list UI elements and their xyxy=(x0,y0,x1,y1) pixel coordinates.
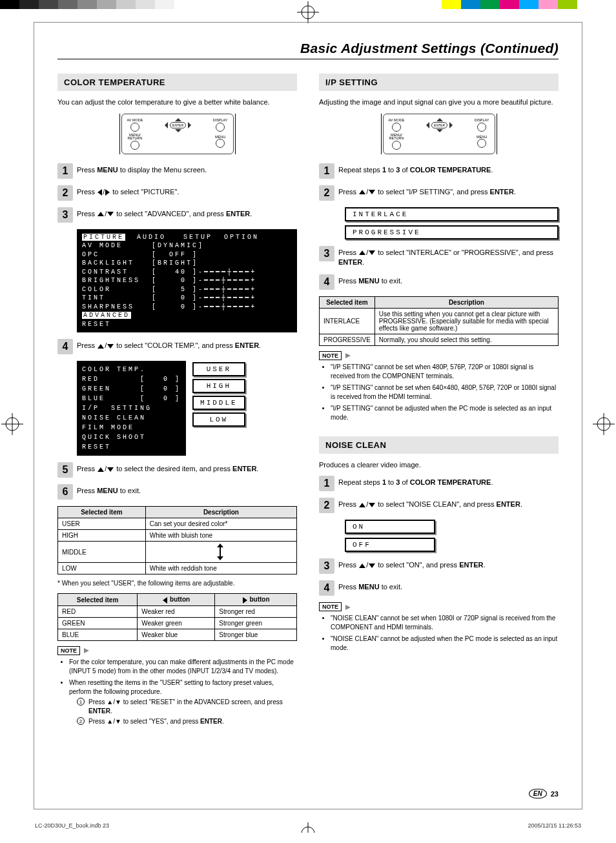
page-frame: Basic Adjustment Settings (Continued) CO… xyxy=(34,22,582,809)
rc-enter-btn: ENTER xyxy=(170,122,186,128)
rc-enter-btn: ENTER xyxy=(431,122,447,128)
note-item: For the color temperature, you can make … xyxy=(69,658,297,676)
up-arrow-icon xyxy=(359,190,365,194)
rc-av-mode-btn xyxy=(392,123,401,132)
table-cell: LOW xyxy=(58,563,146,574)
registration-mark-right xyxy=(593,413,615,435)
note-arrow-icon xyxy=(345,353,351,358)
down-arrow-icon xyxy=(369,250,375,255)
up-arrow-icon xyxy=(98,467,104,472)
table-cell: RED xyxy=(58,605,138,617)
rc-menu-return-label: MENU/ RETURN xyxy=(389,134,405,141)
registration-mark-top xyxy=(297,1,319,23)
th-selected-item: Selected item xyxy=(58,507,146,518)
section-color-temperature: COLOR TEMPERATURE xyxy=(57,74,297,91)
step-num: 4 xyxy=(319,580,334,596)
osd-nc-options: ONOFF xyxy=(345,520,435,552)
ct-step-4: Press / to select "COLOR TEMP.", and pre… xyxy=(77,339,261,350)
right-column: I/P SETTING Adjusting the image and inpu… xyxy=(319,74,559,729)
table-cell: PROGRESSIVE xyxy=(320,334,375,345)
rc-menu-return-btn xyxy=(130,141,139,150)
color-temp-table-2: Selected item button button REDWeaker re… xyxy=(57,593,297,640)
nc-step-3: Press / to select "ON", and press ENTER. xyxy=(338,558,485,570)
rc-display-label: DISPLAY xyxy=(475,119,489,123)
note-item: "NOISE CLEAN" cannot be set when 1080I o… xyxy=(331,614,559,632)
rc-up-icon xyxy=(175,118,181,121)
table-cell: Stronger blue xyxy=(215,629,297,640)
rc-display-btn xyxy=(216,123,225,132)
osd-option: INTERLACE xyxy=(345,207,559,221)
rc-up-icon xyxy=(436,118,443,121)
print-timestamp: 2005/12/15 11:26:53 xyxy=(528,822,581,829)
up-arrow-icon xyxy=(359,564,365,568)
table-cell: INTERLACE xyxy=(320,308,375,334)
osd-option: HIGH xyxy=(192,379,245,393)
ip-step-4: Press MENU to exit. xyxy=(338,274,402,286)
table-cell: GREEN xyxy=(58,617,138,629)
osd-option: LOW xyxy=(192,412,245,427)
page-footer: EN 23 xyxy=(529,789,559,798)
down-arrow-icon xyxy=(369,190,375,194)
rc-display-label: DISPLAY xyxy=(213,119,228,123)
page-number: 23 xyxy=(551,790,559,798)
down-arrow-icon xyxy=(107,344,114,349)
nc-step-4: Press MENU to exit. xyxy=(338,580,402,592)
th-left-button: button xyxy=(138,594,215,605)
note-item: "NOISE CLEAN" cannot be adjusted when th… xyxy=(331,635,559,653)
th-description: Description xyxy=(145,507,296,518)
table-cell: Can set your desired color* xyxy=(145,518,296,530)
lang-badge: EN xyxy=(529,789,547,798)
page-title-wrap: Basic Adjustment Settings (Continued) xyxy=(57,41,559,59)
page-title: Basic Adjustment Settings (Continued) xyxy=(300,41,559,56)
osd-option: PROGRESSIVE xyxy=(345,225,559,239)
note-sub-item: 2Press ▲/▼ to select "YES", and press EN… xyxy=(77,717,297,726)
osd-option: ON xyxy=(345,520,435,534)
table-cell: USER xyxy=(58,518,146,530)
ip-step-2: Press / to select "I/P SETTING", and pre… xyxy=(338,185,516,197)
source-file: LC-20D30U_E_book.indb 23 xyxy=(35,822,109,829)
down-arrow-icon xyxy=(369,564,375,568)
nc-step-1: Repeat steps 1 to 3 of COLOR TEMPERATURE… xyxy=(338,476,493,487)
ct-step-2: Press / to select "PICTURE". xyxy=(77,185,179,197)
registration-mark-left xyxy=(1,413,23,435)
step-num: 5 xyxy=(57,462,73,478)
down-arrow-icon xyxy=(107,467,114,472)
section-ip-setting: I/P SETTING xyxy=(319,74,559,91)
rc-menu-btn xyxy=(216,139,225,148)
rc-av-mode-btn xyxy=(130,123,139,132)
table-cell: Weaker red xyxy=(138,605,215,617)
step-num: 2 xyxy=(319,185,334,201)
table-cell: Normally, you should select this setting… xyxy=(375,334,558,345)
gray-swatches xyxy=(0,0,174,9)
rc-menu-btn xyxy=(477,139,486,148)
ip-step-3: Press / to select "INTERLACE" or "PROGRE… xyxy=(338,246,559,268)
rc-menu-label: MENU xyxy=(475,136,489,139)
step-num: 3 xyxy=(57,207,73,223)
note-block: NOTE "I/P SETTING" cannot be set when 48… xyxy=(319,351,559,422)
ct-step-3: Press / to select "ADVANCED", and press … xyxy=(77,207,252,219)
rc-menu-label: MENU xyxy=(213,136,228,139)
note-arrow-icon xyxy=(345,605,351,610)
ip-step-1: Repeat steps 1 to 3 of COLOR TEMPERATURE… xyxy=(338,163,493,175)
step-num: 4 xyxy=(57,339,73,354)
rc-right-icon xyxy=(188,122,191,128)
table-cell: HIGH xyxy=(58,530,146,542)
rc-left-icon xyxy=(165,122,168,128)
ip-table: Selected item Description INTERLACEUse t… xyxy=(319,296,559,346)
table-cell: Stronger red xyxy=(215,605,297,617)
note-item: "I/P SETTING" cannot be set when 480P, 5… xyxy=(331,363,559,381)
osd-option: MIDDLE xyxy=(192,396,245,410)
rc-right-icon xyxy=(449,122,453,128)
color-temp-intro: You can adjust the color temperature to … xyxy=(57,97,297,107)
table-cell: White with bluish tone xyxy=(145,530,296,542)
table-cell: Weaker green xyxy=(138,617,215,629)
note-block: NOTE "NOISE CLEAN" cannot be set when 10… xyxy=(319,602,559,653)
note-label: NOTE xyxy=(57,646,80,655)
up-arrow-icon xyxy=(359,503,365,507)
right-arrow-icon xyxy=(105,189,110,196)
note-item: When resetting the items in the "USER" s… xyxy=(69,678,297,726)
up-arrow-icon xyxy=(98,344,104,349)
rc-display-btn xyxy=(477,123,486,132)
remote-diagram: AV MODE ENTER DISPLAY MENU/ RETURN MENU xyxy=(381,114,497,154)
rc-left-icon xyxy=(426,122,429,128)
